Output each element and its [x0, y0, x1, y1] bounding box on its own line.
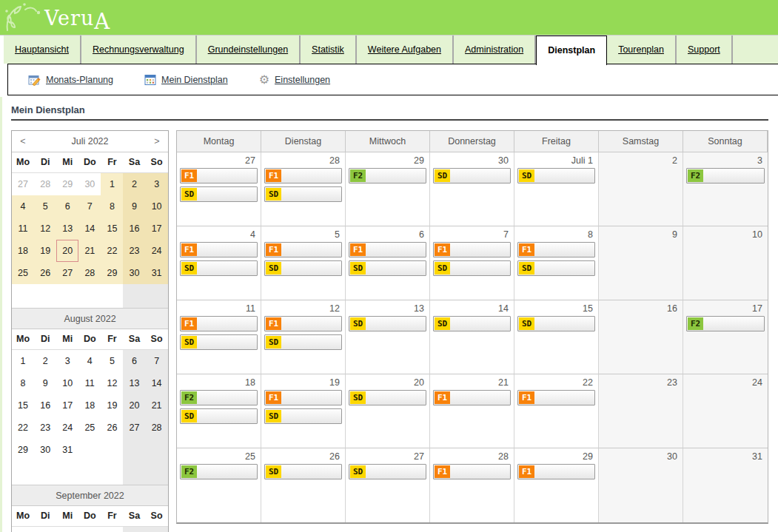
- shift-entry[interactable]: SD: [433, 168, 511, 183]
- shift-entry[interactable]: SD: [264, 464, 342, 479]
- shift-entry[interactable]: SD: [517, 260, 595, 276]
- tab-grundeinstellungen[interactable]: Grundeinstellungen: [197, 36, 301, 64]
- day-cell[interactable]: 18F2SD: [177, 374, 261, 448]
- day-cell[interactable]: 8F1SD: [514, 226, 599, 300]
- mini-day-cell[interactable]: 3: [56, 350, 78, 372]
- day-cell[interactable]: 31: [683, 448, 768, 522]
- mini-day-cell[interactable]: 22: [12, 417, 34, 439]
- mini-day-cell[interactable]: 3: [146, 173, 168, 195]
- mini-day-cell[interactable]: 2: [123, 173, 145, 195]
- day-cell[interactable]: 13SD: [346, 300, 430, 374]
- shift-entry[interactable]: F1: [180, 168, 258, 183]
- shift-entry[interactable]: F1: [264, 168, 342, 183]
- mini-day-cell[interactable]: 1: [12, 350, 34, 372]
- mini-day-cell[interactable]: 16: [34, 394, 56, 417]
- shift-entry[interactable]: SD: [264, 186, 342, 202]
- toolbar-item-einstellungen[interactable]: ⚙ Einstellungen: [259, 74, 330, 86]
- day-cell[interactable]: 28F1SD: [261, 152, 346, 226]
- shift-entry[interactable]: F1: [180, 242, 258, 257]
- mini-day-cell[interactable]: 23: [34, 417, 56, 439]
- tab-hauptansicht[interactable]: Hauptansicht: [4, 36, 81, 64]
- mini-day-cell[interactable]: 4: [78, 350, 101, 372]
- mini-day-cell[interactable]: 9: [123, 195, 145, 218]
- mini-day-cell[interactable]: 23: [123, 240, 145, 262]
- shift-entry[interactable]: SD: [433, 260, 511, 276]
- day-cell[interactable]: 19F1SD: [261, 374, 346, 448]
- toolbar-link-monats-planung[interactable]: Monats-Planung: [46, 75, 113, 85]
- mini-day-cell[interactable]: 28: [34, 173, 56, 195]
- mini-day-cell[interactable]: 17: [146, 218, 168, 240]
- shift-entry[interactable]: F2: [686, 168, 765, 183]
- mini-day-cell[interactable]: 19: [34, 240, 56, 262]
- mini-day-cell[interactable]: 11: [12, 218, 34, 240]
- shift-entry[interactable]: F2: [686, 316, 765, 331]
- mini-day-cell[interactable]: 29: [101, 262, 123, 284]
- shift-entry[interactable]: SD: [264, 260, 342, 276]
- shift-entry[interactable]: F1: [264, 242, 342, 257]
- shift-entry[interactable]: SD: [349, 316, 426, 331]
- day-cell[interactable]: 16: [599, 300, 683, 374]
- toolbar-link-mein-dienstplan[interactable]: Mein Dienstplan: [161, 75, 228, 85]
- mini-day-cell[interactable]: 27: [12, 173, 34, 195]
- mini-day-cell[interactable]: 16: [123, 218, 145, 240]
- mini-day-cell[interactable]: 18: [12, 240, 34, 262]
- shift-entry[interactable]: SD: [180, 334, 258, 350]
- day-cell[interactable]: 29F2: [346, 152, 430, 226]
- day-cell[interactable]: 9: [599, 226, 683, 300]
- mini-day-cell[interactable]: 24: [146, 240, 168, 262]
- shift-entry[interactable]: SD: [264, 334, 342, 350]
- shift-entry[interactable]: F1: [517, 242, 595, 257]
- mini-day-cell[interactable]: 19: [101, 394, 123, 417]
- day-cell[interactable]: 27SD: [346, 448, 430, 522]
- mini-day-cell[interactable]: 30: [123, 262, 145, 284]
- mini-day-cell[interactable]: 31: [146, 262, 168, 284]
- shift-entry[interactable]: SD: [349, 390, 426, 405]
- mini-day-cell[interactable]: 12: [34, 218, 56, 240]
- tab-dienstplan[interactable]: Dienstplan: [536, 36, 607, 65]
- mini-day-cell[interactable]: 15: [101, 218, 123, 240]
- mini-day-cell[interactable]: 26: [101, 417, 123, 439]
- day-cell[interactable]: 22F1: [514, 374, 599, 448]
- mini-day-cell[interactable]: 25: [12, 262, 34, 284]
- mini-day-cell[interactable]: 13: [123, 372, 145, 394]
- shift-entry[interactable]: SD: [349, 464, 426, 479]
- day-cell[interactable]: 27F1SD: [177, 152, 261, 226]
- mini-day-cell[interactable]: 9: [34, 372, 56, 394]
- mini-day-cell[interactable]: 17: [56, 394, 78, 417]
- mini-day-cell[interactable]: 27: [123, 417, 145, 439]
- shift-entry[interactable]: F2: [180, 464, 258, 479]
- day-cell[interactable]: 5F1SD: [261, 226, 346, 300]
- mini-day-cell[interactable]: 8: [101, 195, 123, 218]
- mini-day-cell[interactable]: 4: [12, 195, 34, 218]
- shift-entry[interactable]: SD: [180, 260, 258, 276]
- day-cell[interactable]: 30: [599, 448, 683, 522]
- mini-day-cell[interactable]: 6: [56, 195, 78, 218]
- day-cell[interactable]: 28F1: [430, 448, 514, 522]
- mini-day-cell[interactable]: 7: [78, 195, 101, 218]
- day-cell[interactable]: 24: [683, 374, 768, 448]
- shift-entry[interactable]: F1: [264, 390, 342, 405]
- mini-day-cell[interactable]: 24: [56, 417, 78, 439]
- shift-entry[interactable]: F1: [349, 242, 426, 257]
- day-cell[interactable]: 4F1SD: [177, 226, 261, 300]
- shift-entry[interactable]: F1: [517, 390, 595, 405]
- day-cell[interactable]: 11F1SD: [177, 300, 261, 374]
- shift-entry[interactable]: SD: [517, 316, 595, 331]
- mini-day-cell[interactable]: 27: [56, 262, 78, 284]
- toolbar-item-monats-planung[interactable]: Monats-Planung: [28, 74, 113, 86]
- mini-day-cell[interactable]: 8: [12, 372, 34, 394]
- shift-entry[interactable]: F1: [517, 464, 595, 479]
- day-cell[interactable]: 17F2: [683, 300, 768, 374]
- next-month-button[interactable]: >: [146, 136, 168, 147]
- shift-entry[interactable]: SD: [349, 260, 426, 276]
- tab-weitere-aufgaben[interactable]: Weitere Aufgaben: [357, 36, 454, 64]
- mini-day-cell[interactable]: 12: [101, 372, 123, 394]
- mini-day-cell[interactable]: 22: [101, 240, 123, 262]
- mini-day-cell[interactable]: 3: [123, 527, 145, 532]
- mini-day-cell[interactable]: 11: [78, 372, 101, 394]
- tab-statistik[interactable]: Statistik: [301, 36, 357, 64]
- day-cell[interactable]: 29F1: [514, 448, 599, 522]
- day-cell[interactable]: 26SD: [261, 448, 346, 522]
- day-cell[interactable]: 10: [683, 226, 768, 300]
- mini-day-cell[interactable]: 1: [78, 527, 101, 532]
